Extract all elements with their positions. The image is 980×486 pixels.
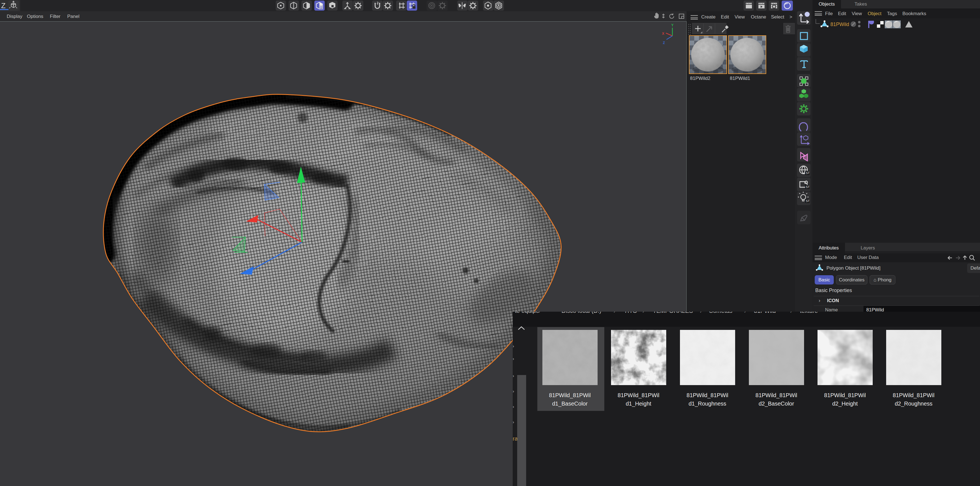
svg-text:ST: ST <box>806 199 810 202</box>
svg-text:X: X <box>662 32 664 36</box>
svg-text:Y: Y <box>671 23 673 27</box>
svg-text:81PWild: 81PWild <box>830 22 849 27</box>
svg-text:Polygon Object [81PWild]: Polygon Object [81PWild] <box>826 265 881 271</box>
svg-text:ST: ST <box>806 171 810 175</box>
svg-text:Z: Z <box>1 2 6 10</box>
svg-text:ST: ST <box>806 185 810 189</box>
svg-text:Z: Z <box>663 41 665 45</box>
